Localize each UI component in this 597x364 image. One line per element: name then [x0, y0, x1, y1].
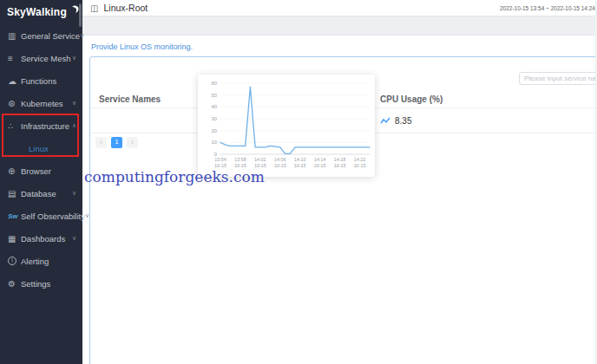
svg-text:10-15: 10-15: [334, 163, 346, 168]
globe-icon: ⊕: [8, 166, 21, 176]
sidebar-item-infrastructure[interactable]: ∴ Infrastructure ∧: [0, 114, 82, 137]
sidebar-item-label: Service Mesh: [21, 54, 71, 63]
sidebar-subitem-linux[interactable]: Linux: [0, 137, 82, 159]
svg-text:13:58: 13:58: [234, 157, 246, 162]
chevron-down-icon: ∨: [72, 100, 76, 107]
pagination: ‹ 1 ›: [95, 137, 138, 148]
sidebar-item-label: Self Observability: [21, 211, 85, 221]
svg-text:30: 30: [212, 116, 217, 121]
chevron-down-icon: ∨: [72, 235, 76, 242]
logo-text: SkyWalking: [7, 6, 67, 18]
sidebar-item-functions[interactable]: ☁ Functions: [0, 69, 82, 92]
svg-text:10-15: 10-15: [314, 163, 326, 168]
alert-circle-icon: !: [8, 257, 16, 265]
chevron-up-icon: ∧: [72, 122, 76, 129]
column-header-service-names: Service Names: [99, 94, 161, 104]
logo-swoosh-icon: [69, 6, 77, 15]
scatter-dots-icon: ∴: [8, 121, 21, 131]
sidebar-item-label: Browser: [21, 166, 51, 176]
cpu-usage-chart: 010203040506013:5410-1513:5810-1514:0210…: [200, 78, 373, 175]
svg-text:40: 40: [212, 104, 217, 109]
database-list-icon: ▤: [8, 189, 21, 198]
sidebar-item-database[interactable]: ▤ Database ∨: [0, 182, 82, 205]
top-bar: ◫ Linux-Root 2022-10-15 13:54 ~ 2022-10-…: [82, 0, 597, 16]
sidebar-item-label: Infrastructure: [21, 121, 69, 131]
toolbar-strip: [82, 16, 597, 36]
svg-text:10: 10: [212, 140, 217, 145]
sidebar: SkyWalking ▥ General Service ∨ ≡ Service…: [0, 0, 82, 364]
sidebar-item-settings[interactable]: ⚙ Settings: [0, 272, 82, 295]
trend-line-icon: [380, 117, 390, 125]
sidebar-item-label: Settings: [21, 279, 50, 289]
sidebar-item-general-service[interactable]: ▥ General Service ∨: [0, 24, 82, 47]
pagination-next-button[interactable]: ›: [127, 137, 138, 148]
chevron-down-icon: ∨: [80, 32, 84, 39]
skywalking-logo: SkyWalking: [0, 0, 82, 24]
svg-text:13:54: 13:54: [214, 157, 226, 162]
sidebar-item-browser[interactable]: ⊕ Browser: [0, 159, 82, 182]
sidebar-item-label: Dashboards: [21, 234, 65, 244]
svg-text:10-15: 10-15: [274, 163, 286, 168]
svg-text:14:06: 14:06: [274, 157, 286, 162]
sidebar-item-kubernetes[interactable]: ⊛ Kubernetes ∨: [0, 92, 82, 114]
search-input[interactable]: [519, 72, 597, 85]
hint-text: Provide Linux OS monitoring.: [91, 42, 597, 51]
gear-icon: ⚙: [8, 279, 21, 289]
time-range-picker[interactable]: 2022-10-15 13:54 ~ 2022-10-15 14:24: [500, 5, 595, 11]
sidebar-item-label: Alerting: [21, 257, 49, 266]
svg-text:14:14: 14:14: [314, 157, 326, 162]
sidebar-item-dashboards[interactable]: ▦ Dashboards ∨: [0, 227, 82, 250]
column-header-cpu-usage: CPU Usage (%): [380, 94, 443, 104]
watermark: computingforgeeks.com: [84, 168, 265, 185]
sidebar-item-alerting[interactable]: ! Alerting: [0, 250, 82, 272]
svg-text:14:18: 14:18: [334, 157, 346, 162]
svg-text:60: 60: [212, 81, 217, 86]
skywalking-mini-logo-icon: Sw: [8, 212, 21, 220]
svg-text:10-15: 10-15: [354, 163, 366, 168]
cloud-icon: ☁: [8, 76, 21, 86]
svg-text:14:02: 14:02: [254, 157, 266, 162]
sidebar-toggle-icon[interactable]: ◫: [90, 3, 98, 13]
report-icon: ▥: [8, 31, 21, 41]
sidebar-item-self-observability[interactable]: Sw Self Observability ∨: [0, 205, 82, 227]
page-title: Linux-Root: [103, 3, 148, 13]
cpu-usage-value: 8.35: [395, 116, 411, 126]
chevron-down-icon: ∨: [72, 55, 76, 62]
pagination-page-1[interactable]: 1: [111, 137, 122, 148]
sidebar-item-service-mesh[interactable]: ≡ Service Mesh ∨: [0, 47, 82, 69]
sidebar-item-label: Functions: [21, 76, 56, 86]
pagination-prev-button[interactable]: ‹: [95, 137, 107, 148]
app-root: SkyWalking ▥ General Service ∨ ≡ Service…: [0, 0, 597, 364]
svg-text:10-15: 10-15: [294, 163, 306, 168]
svg-text:20: 20: [212, 128, 217, 133]
sidebar-item-label: Database: [21, 189, 56, 198]
cpu-usage-chart-popup: 010203040506013:5410-1513:5810-1514:0210…: [198, 75, 375, 177]
sidebar-item-label: Kubernetes: [21, 99, 63, 108]
grid-icon: ▦: [8, 234, 21, 244]
helm-wheel-icon: ⊛: [8, 99, 21, 108]
svg-text:14:22: 14:22: [354, 157, 366, 162]
chevron-down-icon: ∨: [85, 212, 89, 219]
svg-text:14:10: 14:10: [294, 157, 306, 162]
layers-icon: ≡: [8, 54, 21, 63]
svg-text:50: 50: [212, 93, 217, 98]
sidebar-scrollbar[interactable]: [79, 3, 82, 27]
chevron-down-icon: ∨: [72, 190, 76, 197]
sidebar-item-label: General Service: [21, 31, 80, 41]
